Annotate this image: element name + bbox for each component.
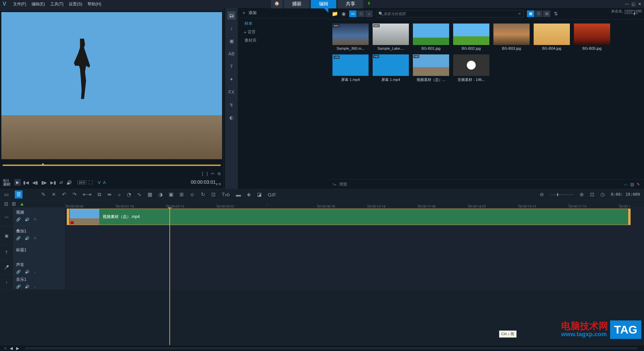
media-item[interactable]: BG-B02.jpg xyxy=(453,24,489,50)
menu-settings[interactable]: 设置(S) xyxy=(69,1,82,7)
search-box[interactable]: 🔍 ✕ xyxy=(376,10,524,17)
label-clip[interactable]: 素材 xyxy=(3,182,11,186)
audio-tab-icon[interactable]: ♪ xyxy=(227,24,235,32)
track-music-icon[interactable]: ♪ xyxy=(0,275,13,289)
media-item[interactable]: IMGSample_Lake.... xyxy=(373,24,409,50)
timeline-view-icon[interactable]: ☰ xyxy=(15,190,22,199)
home-button[interactable]: 🏠 xyxy=(271,0,283,8)
fx-tab-icon[interactable]: FX xyxy=(227,88,235,96)
add-media-button[interactable]: ＋ 添加 xyxy=(238,8,328,18)
tool-mask-icon[interactable]: ◑ xyxy=(158,191,163,198)
media-item[interactable]: IMGSample_360.m... xyxy=(332,24,369,50)
filter-photo[interactable]: ◻ xyxy=(357,10,365,17)
clock-icon[interactable]: ◷ xyxy=(600,191,605,198)
media-item[interactable]: VID屏幕 1.mp4 xyxy=(332,54,369,82)
resize-icon[interactable]: ⛶ xyxy=(88,180,94,185)
track-video-icon[interactable]: ▭ xyxy=(0,208,13,226)
sort-icon[interactable]: ⇅ xyxy=(554,11,558,17)
mark-out-icon[interactable]: ] xyxy=(207,171,208,176)
tool-rotate-icon[interactable]: ↻ xyxy=(201,191,205,198)
fit-timeline-icon[interactable]: ⊡ xyxy=(590,191,594,198)
scroll-right-icon[interactable]: ▶ xyxy=(16,346,19,351)
tab-capture[interactable]: 捕获 xyxy=(284,0,310,8)
video-clip[interactable]: 视频素材（总）.mp4 xyxy=(67,209,631,225)
marker-icon[interactable]: ▲ xyxy=(19,201,24,207)
track-voice-icon[interactable]: 🎤 xyxy=(0,260,13,274)
split-icon[interactable]: ✂ xyxy=(211,171,214,176)
close-button[interactable]: ✕ xyxy=(638,2,641,6)
view-list-button[interactable]: ☰ xyxy=(535,10,542,17)
loop-button[interactable]: ⇄ xyxy=(58,180,64,185)
scroll-left-icon[interactable]: ◀ xyxy=(10,346,13,351)
tool-split-icon[interactable]: ⇹ xyxy=(107,191,112,198)
minimize-button[interactable]: — xyxy=(625,2,629,6)
tab-share[interactable]: 共享 xyxy=(338,0,363,8)
tool-color-icon[interactable]: ◪ xyxy=(257,191,262,198)
tool-audio-icon[interactable]: ∿ xyxy=(137,191,142,198)
upload-icon[interactable]: ⬆ xyxy=(365,0,373,8)
play-button[interactable]: ▶ xyxy=(14,179,21,186)
next-frame-button[interactable]: ▮▶ xyxy=(40,180,48,185)
fx-track-icon[interactable]: ※ xyxy=(34,217,37,222)
link-icon[interactable]: 🔗 xyxy=(16,217,21,222)
menu-tools[interactable]: 工具(T) xyxy=(50,1,63,7)
link-icon[interactable]: 🔗 xyxy=(16,236,21,240)
mute-icon[interactable]: 🔊 xyxy=(25,217,30,222)
redo-icon[interactable]: ↷ xyxy=(72,191,77,198)
expand-icon[interactable]: ⌄ xyxy=(34,284,37,289)
track-overlay-icon[interactable]: ▣ xyxy=(0,226,13,245)
tool-1-icon[interactable]: ✎ xyxy=(41,191,46,198)
toggle-tracks-icon[interactable]: ⊞ xyxy=(12,201,16,207)
zoom-in-icon[interactable]: ⊕ xyxy=(580,191,584,198)
import-icon[interactable]: 📁 xyxy=(332,11,338,17)
tool-ripple-icon[interactable]: ⟐ xyxy=(118,192,121,198)
track-title-icon[interactable]: T xyxy=(0,245,13,260)
tool-grid-icon[interactable]: ⊞ xyxy=(179,191,184,198)
tree-item-sample[interactable]: 样本 xyxy=(238,19,328,28)
scrub-bar[interactable]: ▾ xyxy=(3,162,221,169)
media-item[interactable]: VID视频素材（总）... xyxy=(413,54,449,82)
mute-icon[interactable]: 🔊 xyxy=(25,270,30,274)
storyboard-view-icon[interactable]: ▭ xyxy=(4,191,9,198)
track-menu-icon[interactable]: ⊟ xyxy=(4,201,8,207)
br-icon-1[interactable]: ▭ xyxy=(624,182,628,187)
prev-frame-button[interactable]: ◀▮ xyxy=(31,180,39,185)
preview-video[interactable] xyxy=(1,12,222,159)
tool-gif-icon[interactable]: GIF xyxy=(268,192,276,198)
media-item[interactable]: BG-B01.jpg xyxy=(413,24,449,50)
filter-audio[interactable]: ♫ xyxy=(365,10,373,17)
menu-edit[interactable]: 编辑(E) xyxy=(32,1,45,7)
view-thumb-button[interactable]: ▦ xyxy=(527,10,534,17)
media-item[interactable]: ♫音频素材 - 196... xyxy=(453,54,489,82)
mark-in-icon[interactable]: [ xyxy=(202,171,203,176)
tree-item-background[interactable]: 背景 xyxy=(238,28,328,36)
media-item[interactable]: VID屏幕 1.mp4 xyxy=(373,54,409,82)
tab-edit[interactable]: 编辑 xyxy=(311,0,336,8)
media-item[interactable]: BG-B03.jpg xyxy=(493,24,530,50)
zoom-out-icon[interactable]: ⊖ xyxy=(540,191,544,198)
mute-icon[interactable]: 🔊 xyxy=(25,284,30,289)
aspect-ratio[interactable]: 16:9 xyxy=(77,180,86,184)
media-item[interactable]: BG-B04.jpg xyxy=(534,24,570,50)
volume-button[interactable]: 🔊 xyxy=(65,180,73,185)
filter-all[interactable]: ▭ xyxy=(349,10,357,17)
browse-label[interactable]: 浏览 xyxy=(339,181,347,187)
label-project[interactable]: 项目 xyxy=(3,179,11,182)
h-scrollbar[interactable] xyxy=(25,347,637,349)
view-grid-button[interactable]: ▤ xyxy=(543,10,550,17)
br-icon-3[interactable]: ✎ xyxy=(637,182,640,187)
transition-tab-icon[interactable]: ▣ xyxy=(227,37,235,45)
tool-crop-icon[interactable]: ⧉ xyxy=(98,191,101,198)
refresh-icon[interactable]: ◉ xyxy=(341,11,346,17)
tool-track-icon[interactable]: ◈ xyxy=(247,191,251,198)
mute-icon[interactable]: 🔊 xyxy=(25,236,30,240)
text-tab-icon[interactable]: T xyxy=(227,62,235,71)
zoom-slider[interactable] xyxy=(550,194,574,195)
search-input[interactable] xyxy=(383,12,518,16)
tool-2-icon[interactable]: ✕ xyxy=(52,191,56,198)
va-toggle[interactable]: V A xyxy=(98,180,107,185)
go-end-button[interactable]: ▶▮ xyxy=(49,180,57,185)
tool-speed-icon[interactable]: ◔ xyxy=(127,191,131,198)
title-tab-icon[interactable]: AB xyxy=(227,50,235,58)
playhead[interactable] xyxy=(169,208,170,345)
